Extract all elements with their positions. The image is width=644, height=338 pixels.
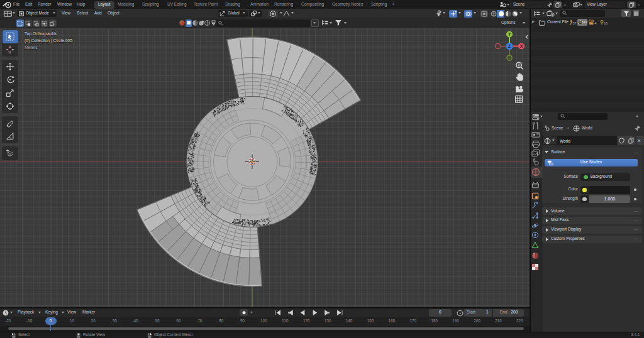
svg-text:X: X: [520, 44, 523, 48]
svg-text:Z: Z: [508, 44, 511, 48]
svg-text:Y: Y: [508, 32, 511, 36]
